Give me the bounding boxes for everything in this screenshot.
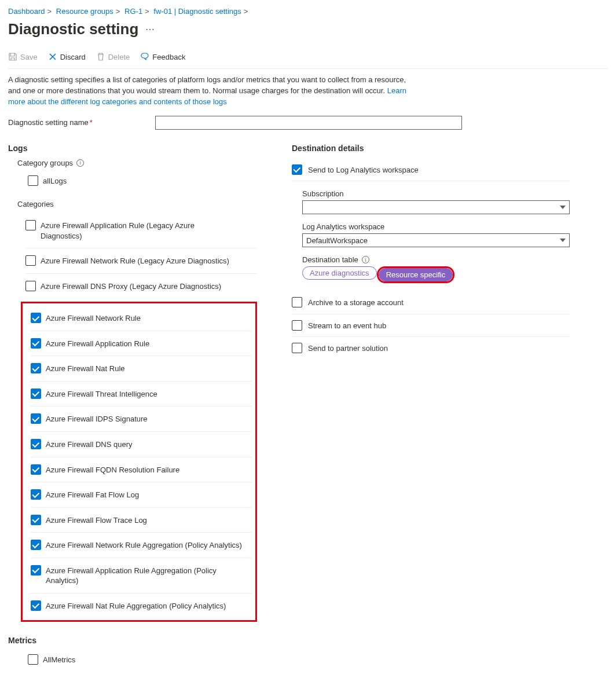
- allmetrics-label: AllMetrics: [43, 654, 75, 665]
- description-text: A diagnostic setting specifies a list of…: [8, 75, 413, 108]
- category-label: Azure Firewall Nat Rule Aggregation (Pol…: [46, 600, 226, 611]
- category-label: Azure Firewall Threat Intelligence: [46, 389, 157, 400]
- discard-button[interactable]: Discard: [48, 51, 86, 63]
- category-label: Azure Firewall Network Rule: [46, 313, 141, 324]
- crumb-resource-groups[interactable]: Resource groups: [56, 7, 113, 16]
- stream-checkbox[interactable]: [292, 320, 302, 331]
- metrics-heading: Metrics: [8, 636, 257, 645]
- legacy-category-checkbox[interactable]: [25, 255, 36, 266]
- send-la-label: Send to Log Analytics workspace: [308, 164, 419, 175]
- allmetrics-checkbox[interactable]: [28, 654, 38, 665]
- info-icon[interactable]: i: [76, 159, 84, 167]
- archive-label: Archive to a storage account: [308, 297, 404, 308]
- feedback-button[interactable]: Feedback: [140, 51, 185, 63]
- send-la-checkbox[interactable]: [292, 164, 302, 175]
- subscription-label: Subscription: [302, 189, 570, 198]
- legacy-category-label: Azure Firewall DNS Proxy (Legacy Azure D…: [41, 281, 221, 292]
- partner-checkbox[interactable]: [292, 343, 302, 353]
- info-icon[interactable]: i: [362, 256, 369, 263]
- legacy-category-checkbox[interactable]: [25, 281, 36, 291]
- category-label: Azure Firewall Fat Flow Log: [46, 489, 139, 500]
- save-icon: [8, 52, 17, 61]
- crumb-dashboard[interactable]: Dashboard: [8, 7, 45, 16]
- category-checkbox[interactable]: [31, 464, 41, 475]
- workspace-label: Log Analytics workspace: [302, 222, 570, 231]
- category-checkbox[interactable]: [31, 565, 41, 576]
- crumb-rg[interactable]: RG-1: [124, 7, 142, 16]
- category-label: Azure Firewall FQDN Resolution Failure: [46, 464, 179, 475]
- pill-resource-specific[interactable]: Resource specific: [379, 268, 453, 281]
- save-button[interactable]: Save: [8, 51, 38, 63]
- category-label: Azure Firewall DNS query: [46, 439, 133, 450]
- breadcrumb: Dashboard> Resource groups> RG-1> fw-01 …: [8, 7, 608, 16]
- pill-azure-diagnostics[interactable]: Azure diagnostics: [302, 266, 377, 280]
- alllogs-checkbox[interactable]: [28, 175, 38, 186]
- trash-icon: [96, 52, 105, 61]
- category-label: Azure Firewall Application Rule: [46, 338, 149, 349]
- alllogs-label: allLogs: [43, 175, 67, 186]
- chevron-down-icon: [560, 239, 566, 242]
- category-checkbox[interactable]: [31, 389, 41, 399]
- category-checkbox[interactable]: [31, 439, 41, 449]
- categories-label: Categories: [17, 200, 257, 208]
- stream-label: Stream to an event hub: [308, 320, 386, 331]
- category-checkbox[interactable]: [31, 363, 41, 373]
- subscription-select[interactable]: [302, 200, 570, 214]
- legacy-category-label: Azure Firewall Application Rule (Legacy …: [41, 220, 237, 241]
- page-title: Diagnostic setting: [8, 20, 138, 38]
- more-icon[interactable]: ⋯: [145, 24, 155, 35]
- close-icon: [48, 52, 57, 61]
- feedback-icon: [140, 52, 149, 61]
- highlighted-pill: Resource specific: [377, 266, 455, 283]
- chevron-down-icon: [560, 206, 566, 209]
- partner-label: Send to partner solution: [308, 343, 388, 354]
- legacy-category-checkbox[interactable]: [25, 220, 36, 230]
- category-label: Azure Firewall Network Rule Aggregation …: [46, 540, 242, 551]
- highlighted-categories: Azure Firewall Network RuleAzure Firewal…: [21, 302, 257, 622]
- category-groups-label: Category groups i: [17, 159, 257, 167]
- delete-button[interactable]: Delete: [96, 51, 130, 63]
- category-label: Azure Firewall Nat Rule: [46, 363, 125, 374]
- name-field-label: Diagnostic setting name*: [8, 118, 147, 127]
- destination-table-label: Destination table i: [302, 255, 570, 264]
- category-checkbox[interactable]: [31, 338, 41, 349]
- category-label: Azure Firewall Application Rule Aggregat…: [46, 565, 243, 586]
- crumb-diag-settings[interactable]: fw-01 | Diagnostic settings: [153, 7, 241, 16]
- destination-heading: Destination details: [292, 144, 570, 153]
- category-label: Azure Firewall IDPS Signature: [46, 413, 148, 424]
- category-checkbox[interactable]: [31, 540, 41, 550]
- category-checkbox[interactable]: [31, 413, 41, 424]
- logs-heading: Logs: [8, 144, 257, 153]
- category-label: Azure Firewall Flow Trace Log: [46, 515, 147, 526]
- category-checkbox[interactable]: [31, 515, 41, 525]
- archive-checkbox[interactable]: [292, 297, 302, 307]
- name-input[interactable]: [155, 116, 462, 130]
- legacy-category-label: Azure Firewall Network Rule (Legacy Azur…: [41, 255, 229, 266]
- category-checkbox[interactable]: [31, 313, 41, 323]
- toolbar: Save Discard Delete Feedback: [8, 51, 608, 63]
- category-checkbox[interactable]: [31, 489, 41, 500]
- workspace-select[interactable]: DefaultWorkspace: [302, 233, 570, 247]
- category-checkbox[interactable]: [31, 600, 41, 611]
